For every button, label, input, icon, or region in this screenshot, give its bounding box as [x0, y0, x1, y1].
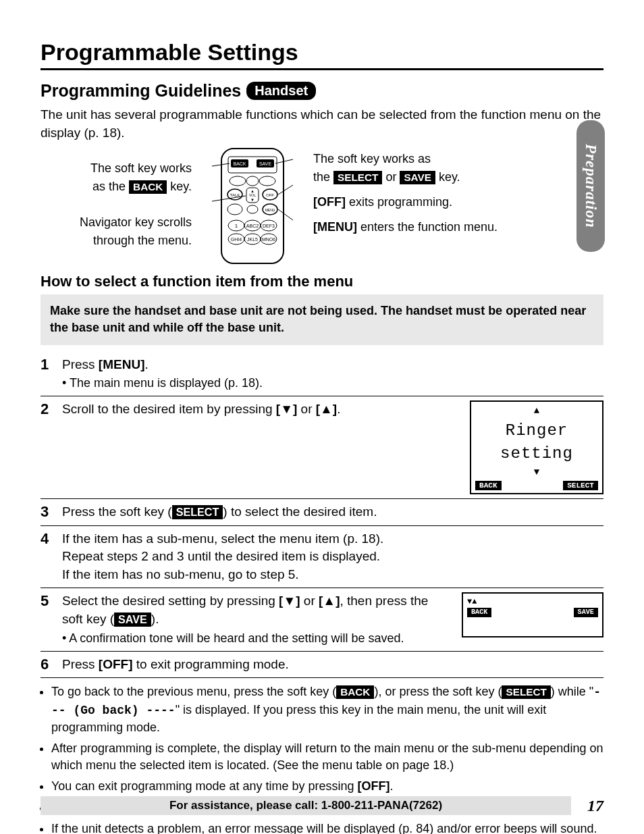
down-key: [▼]: [276, 402, 297, 416]
step-text: .: [337, 402, 340, 416]
svg-text:ABC2: ABC2: [246, 224, 259, 228]
step-text: If the item has a sub-menu, select the m…: [62, 531, 383, 546]
step-text: [MENU]: [99, 357, 145, 371]
label-text: Navigator key scrolls: [80, 215, 192, 229]
page-title: Programmable Settings: [41, 39, 603, 70]
select-key-icon: SELECT: [502, 685, 550, 699]
lcd-select: SELECT: [563, 481, 598, 490]
svg-text:GHI4: GHI4: [231, 237, 242, 242]
warning-note: Make sure the handset and base unit are …: [41, 294, 603, 344]
list-item: After programming is complete, the displ…: [51, 740, 603, 774]
svg-text:MENU: MENU: [265, 208, 275, 212]
svg-text:OFF: OFF: [266, 193, 274, 197]
label-text: or: [382, 170, 400, 184]
label-text: The soft key works: [90, 161, 192, 175]
step-text: Repeat steps 2 and 3 until the desired i…: [62, 549, 380, 563]
handset-badge: Handset: [246, 82, 316, 100]
up-key: [▲]: [316, 402, 337, 416]
step-text: ) to select the desired item.: [223, 504, 377, 519]
step-text: If the item has no sub-menu, go to step …: [62, 567, 299, 581]
label-text: exits programming.: [346, 195, 452, 209]
howto-heading: How to select a function item from the m…: [41, 273, 603, 290]
step-text: to exit programming mode.: [133, 657, 289, 671]
step-text: Press: [62, 657, 99, 671]
step-sub: • A confirmation tone will be heard and …: [62, 630, 446, 647]
section-tab: Preparation: [576, 120, 605, 252]
phone-icon: BACK SAVE TALK ▲ VOL ▼ OFF MENU 1: [196, 147, 309, 265]
note-text: [OFF]: [358, 779, 390, 793]
step-text: Select the desired setting by pressing: [62, 594, 279, 608]
up-key: [▲]: [319, 594, 340, 608]
note-text: You can exit programming mode at any tim…: [51, 779, 358, 793]
label-text: [MENU]: [313, 220, 357, 234]
step-text: or: [300, 594, 319, 608]
select-key-icon: SELECT: [172, 505, 223, 519]
label-text: [OFF]: [313, 195, 346, 209]
svg-text:BACK: BACK: [233, 161, 246, 166]
label-text: key.: [167, 180, 192, 193]
label-text: through the menu.: [93, 234, 192, 247]
lcd-back: BACK: [467, 608, 491, 617]
svg-text:TALK: TALK: [230, 193, 240, 197]
step-number: 1: [41, 356, 62, 392]
handset-diagram: The soft key works as the BACK key. Navi…: [41, 147, 603, 267]
svg-text:▼: ▼: [250, 198, 254, 202]
steps-list: 1 Press [MENU]. • The main menu is displ…: [41, 352, 603, 678]
lcd-save: SAVE: [574, 608, 598, 617]
label-text: the: [313, 170, 333, 184]
step-text: Press: [62, 357, 99, 371]
step-text: .: [144, 357, 148, 371]
save-key-icon: SAVE: [400, 171, 435, 184]
step-text: [OFF]: [99, 657, 133, 671]
lcd-back: BACK: [475, 481, 502, 490]
note-text: .: [390, 779, 394, 793]
section-heading: Programming Guidelines Handset: [41, 81, 603, 101]
footer: For assistance, please call: 1-800-211-P…: [41, 796, 603, 815]
lcd-arrows: ▼▲: [467, 596, 477, 608]
svg-text:1: 1: [235, 223, 238, 229]
diagram-right-labels: The soft key works as the SELECT or SAVE…: [309, 147, 512, 243]
lcd-display-save: ▼▲ BACK SAVE: [462, 592, 603, 637]
list-item: If the unit detects a problem, an error …: [51, 820, 603, 834]
section-heading-text: Programming Guidelines: [41, 81, 241, 101]
lcd-text: Ringer setting: [471, 419, 602, 466]
save-key-icon: SAVE: [114, 613, 151, 627]
select-key-icon: SELECT: [333, 171, 382, 184]
step-sub: • The main menu is displayed (p. 18).: [62, 375, 603, 392]
lcd-display-ringer: ▲ Ringer setting ▼ BACK SELECT: [470, 400, 603, 494]
step-text: or: [297, 402, 315, 416]
step-text: Press the soft key (: [62, 504, 172, 519]
page-number: 17: [587, 797, 603, 815]
label-text: The soft key works as: [313, 152, 431, 165]
label-text: as the: [92, 180, 129, 193]
back-key-icon: BACK: [336, 685, 374, 699]
label-text: key.: [435, 170, 460, 184]
svg-text:VOL: VOL: [249, 193, 256, 197]
svg-text:DEF3: DEF3: [263, 224, 275, 228]
svg-text:SAVE: SAVE: [259, 161, 271, 166]
intro-text: The unit has several programmable functi…: [41, 106, 603, 142]
svg-text:JKL5: JKL5: [247, 237, 258, 242]
down-key: [▼]: [279, 594, 300, 608]
step-text: Scroll to the desired item by pressing: [62, 402, 276, 416]
step-text: ).: [151, 612, 159, 626]
note-text: ) while ": [551, 685, 593, 698]
list-item: You can exit programming mode at any tim…: [51, 778, 603, 795]
back-key-icon: BACK: [129, 180, 167, 194]
note-text: To go back to the previous menu, press t…: [51, 685, 336, 698]
step-number: 4: [41, 530, 62, 584]
step-number: 2: [41, 400, 62, 494]
footer-text: For assistance, please call: 1-800-211-P…: [41, 796, 571, 815]
svg-text:MNO6: MNO6: [262, 237, 275, 242]
step-number: 6: [41, 656, 62, 674]
step-number: 5: [41, 592, 62, 646]
diagram-left-labels: The soft key works as the BACK key. Navi…: [41, 147, 196, 267]
step-number: 3: [41, 503, 62, 521]
note-text: ), or press the soft key (: [374, 685, 502, 698]
label-text: enters the function menu.: [357, 220, 498, 234]
list-item: To go back to the previous menu, press t…: [51, 683, 603, 736]
